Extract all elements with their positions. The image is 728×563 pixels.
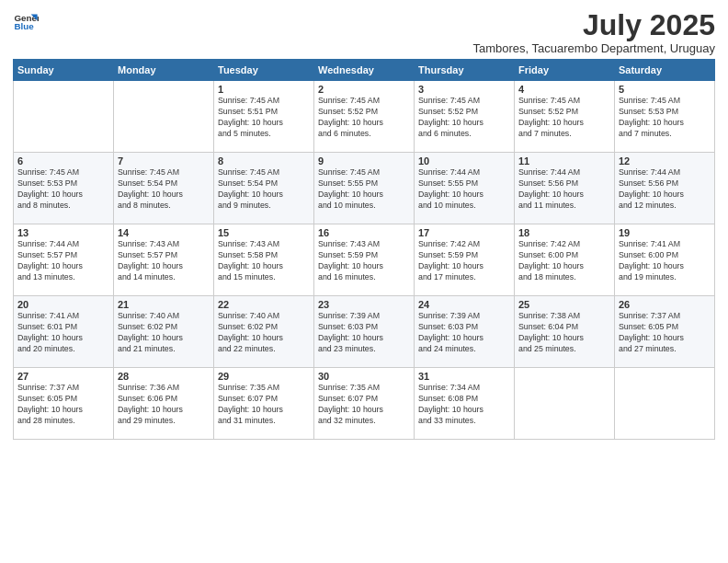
day-number: 11 <box>518 155 610 167</box>
calendar-week-3: 13Sunrise: 7:44 AM Sunset: 5:57 PM Dayli… <box>14 224 715 296</box>
col-friday: Friday <box>515 60 615 81</box>
day-number: 12 <box>619 155 711 167</box>
day-number: 15 <box>218 227 310 238</box>
day-number: 30 <box>318 371 410 382</box>
day-content: Sunrise: 7:40 AM Sunset: 6:02 PM Dayligh… <box>118 311 210 355</box>
col-wednesday: Wednesday <box>314 60 415 81</box>
location-subtitle: Tambores, Tacuarembo Department, Uruguay <box>473 41 716 55</box>
table-row: 7Sunrise: 7:45 AM Sunset: 5:54 PM Daylig… <box>114 153 214 224</box>
table-row: 27Sunrise: 7:37 AM Sunset: 6:05 PM Dayli… <box>14 368 114 440</box>
day-content: Sunrise: 7:45 AM Sunset: 5:53 PM Dayligh… <box>17 167 109 212</box>
table-row: 2Sunrise: 7:45 AM Sunset: 5:52 PM Daylig… <box>314 81 415 153</box>
table-row: 15Sunrise: 7:43 AM Sunset: 5:58 PM Dayli… <box>214 224 314 296</box>
calendar: Sunday Monday Tuesday Wednesday Thursday… <box>13 59 715 440</box>
table-row: 1Sunrise: 7:45 AM Sunset: 5:51 PM Daylig… <box>214 81 314 153</box>
day-number: 5 <box>619 84 711 95</box>
col-tuesday: Tuesday <box>214 60 314 81</box>
day-number: 22 <box>218 299 310 310</box>
logo-icon: General Blue <box>13 9 39 35</box>
day-content: Sunrise: 7:40 AM Sunset: 6:02 PM Dayligh… <box>218 311 310 355</box>
table-row: 6Sunrise: 7:45 AM Sunset: 5:53 PM Daylig… <box>14 153 114 224</box>
table-row: 19Sunrise: 7:41 AM Sunset: 6:00 PM Dayli… <box>615 224 715 296</box>
calendar-week-1: 1Sunrise: 7:45 AM Sunset: 5:51 PM Daylig… <box>14 81 715 153</box>
day-number: 18 <box>518 227 610 238</box>
day-content: Sunrise: 7:43 AM Sunset: 5:58 PM Dayligh… <box>218 239 310 283</box>
day-number: 4 <box>518 84 610 95</box>
day-content: Sunrise: 7:41 AM Sunset: 6:01 PM Dayligh… <box>17 311 109 355</box>
day-number: 7 <box>118 155 210 167</box>
table-row: 17Sunrise: 7:42 AM Sunset: 5:59 PM Dayli… <box>415 224 515 296</box>
day-content: Sunrise: 7:37 AM Sunset: 6:05 PM Dayligh… <box>17 383 109 427</box>
day-number: 28 <box>118 371 210 382</box>
day-number: 19 <box>619 227 711 238</box>
table-row: 8Sunrise: 7:45 AM Sunset: 5:54 PM Daylig… <box>214 153 314 224</box>
logo: General Blue <box>13 9 39 35</box>
day-content: Sunrise: 7:45 AM Sunset: 5:54 PM Dayligh… <box>218 167 310 212</box>
day-number: 21 <box>118 299 210 310</box>
day-content: Sunrise: 7:44 AM Sunset: 5:56 PM Dayligh… <box>518 167 610 212</box>
day-content: Sunrise: 7:44 AM Sunset: 5:55 PM Dayligh… <box>418 167 510 212</box>
calendar-week-5: 27Sunrise: 7:37 AM Sunset: 6:05 PM Dayli… <box>14 368 715 440</box>
day-number: 24 <box>418 299 510 310</box>
day-content: Sunrise: 7:34 AM Sunset: 6:08 PM Dayligh… <box>418 383 510 427</box>
table-row: 11Sunrise: 7:44 AM Sunset: 5:56 PM Dayli… <box>515 153 615 224</box>
day-number: 16 <box>318 227 410 238</box>
day-content: Sunrise: 7:45 AM Sunset: 5:52 PM Dayligh… <box>418 96 510 140</box>
day-number: 3 <box>418 84 510 95</box>
table-row: 24Sunrise: 7:39 AM Sunset: 6:03 PM Dayli… <box>415 296 515 368</box>
day-number: 29 <box>218 371 310 382</box>
table-row: 3Sunrise: 7:45 AM Sunset: 5:52 PM Daylig… <box>415 81 515 153</box>
table-row <box>14 81 114 153</box>
day-content: Sunrise: 7:39 AM Sunset: 6:03 PM Dayligh… <box>418 311 510 355</box>
table-row: 18Sunrise: 7:42 AM Sunset: 6:00 PM Dayli… <box>515 224 615 296</box>
day-content: Sunrise: 7:45 AM Sunset: 5:55 PM Dayligh… <box>318 167 410 212</box>
day-content: Sunrise: 7:45 AM Sunset: 5:51 PM Dayligh… <box>218 96 310 140</box>
day-number: 14 <box>118 227 210 238</box>
table-row: 14Sunrise: 7:43 AM Sunset: 5:57 PM Dayli… <box>114 224 214 296</box>
svg-text:Blue: Blue <box>14 21 34 31</box>
day-number: 20 <box>17 299 109 310</box>
day-content: Sunrise: 7:44 AM Sunset: 5:56 PM Dayligh… <box>619 167 711 212</box>
month-title: July 2025 <box>473 9 716 41</box>
calendar-week-4: 20Sunrise: 7:41 AM Sunset: 6:01 PM Dayli… <box>14 296 715 368</box>
day-content: Sunrise: 7:35 AM Sunset: 6:07 PM Dayligh… <box>218 383 310 427</box>
day-content: Sunrise: 7:37 AM Sunset: 6:05 PM Dayligh… <box>619 311 711 355</box>
table-row: 10Sunrise: 7:44 AM Sunset: 5:55 PM Dayli… <box>415 153 515 224</box>
table-row: 26Sunrise: 7:37 AM Sunset: 6:05 PM Dayli… <box>615 296 715 368</box>
day-content: Sunrise: 7:45 AM Sunset: 5:52 PM Dayligh… <box>518 96 610 140</box>
col-sunday: Sunday <box>14 60 114 81</box>
day-number: 31 <box>418 371 510 382</box>
day-number: 13 <box>17 227 109 238</box>
calendar-header-row: Sunday Monday Tuesday Wednesday Thursday… <box>14 60 715 81</box>
table-row: 25Sunrise: 7:38 AM Sunset: 6:04 PM Dayli… <box>515 296 615 368</box>
day-content: Sunrise: 7:45 AM Sunset: 5:53 PM Dayligh… <box>619 96 711 140</box>
table-row: 31Sunrise: 7:34 AM Sunset: 6:08 PM Dayli… <box>415 368 515 440</box>
day-content: Sunrise: 7:44 AM Sunset: 5:57 PM Dayligh… <box>17 239 109 283</box>
day-content: Sunrise: 7:38 AM Sunset: 6:04 PM Dayligh… <box>518 311 610 355</box>
col-saturday: Saturday <box>615 60 715 81</box>
day-content: Sunrise: 7:42 AM Sunset: 6:00 PM Dayligh… <box>518 239 610 283</box>
table-row <box>515 368 615 440</box>
table-row: 28Sunrise: 7:36 AM Sunset: 6:06 PM Dayli… <box>114 368 214 440</box>
day-number: 1 <box>218 84 310 95</box>
table-row: 5Sunrise: 7:45 AM Sunset: 5:53 PM Daylig… <box>615 81 715 153</box>
day-number: 6 <box>17 155 109 167</box>
day-number: 2 <box>318 84 410 95</box>
day-content: Sunrise: 7:39 AM Sunset: 6:03 PM Dayligh… <box>318 311 410 355</box>
day-content: Sunrise: 7:42 AM Sunset: 5:59 PM Dayligh… <box>418 239 510 283</box>
day-number: 10 <box>418 155 510 167</box>
day-content: Sunrise: 7:36 AM Sunset: 6:06 PM Dayligh… <box>118 383 210 427</box>
table-row: 30Sunrise: 7:35 AM Sunset: 6:07 PM Dayli… <box>314 368 415 440</box>
table-row: 23Sunrise: 7:39 AM Sunset: 6:03 PM Dayli… <box>314 296 415 368</box>
day-number: 9 <box>318 155 410 167</box>
day-number: 26 <box>619 299 711 310</box>
day-content: Sunrise: 7:43 AM Sunset: 5:57 PM Dayligh… <box>118 239 210 283</box>
table-row: 22Sunrise: 7:40 AM Sunset: 6:02 PM Dayli… <box>214 296 314 368</box>
day-content: Sunrise: 7:45 AM Sunset: 5:54 PM Dayligh… <box>118 167 210 212</box>
table-row: 29Sunrise: 7:35 AM Sunset: 6:07 PM Dayli… <box>214 368 314 440</box>
table-row: 9Sunrise: 7:45 AM Sunset: 5:55 PM Daylig… <box>314 153 415 224</box>
table-row: 13Sunrise: 7:44 AM Sunset: 5:57 PM Dayli… <box>14 224 114 296</box>
table-row <box>114 81 214 153</box>
day-number: 23 <box>318 299 410 310</box>
table-row: 20Sunrise: 7:41 AM Sunset: 6:01 PM Dayli… <box>14 296 114 368</box>
